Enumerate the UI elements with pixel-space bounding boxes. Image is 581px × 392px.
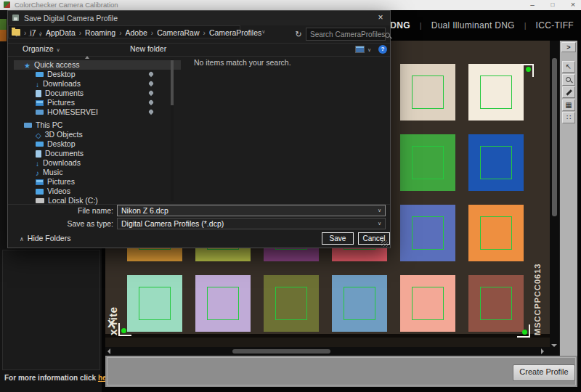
sidebar-item-documents[interactable]: Documents <box>14 89 192 98</box>
organize-button[interactable]: Organize∨ <box>23 43 60 56</box>
grid-tool-button[interactable]: ▦ <box>562 99 575 111</box>
tool-panel: > ↖▦∷ <box>559 41 577 356</box>
monitor-icon <box>36 142 44 147</box>
info-text: For more information click here <box>4 374 113 382</box>
folder-icon <box>12 29 20 36</box>
pc-icon <box>36 110 44 115</box>
sidebar-scrollbar-thumb[interactable] <box>171 60 174 105</box>
file-name-row: File name: Nikon Z 6.dcp ∨ <box>8 204 390 217</box>
pc-icon <box>24 123 32 128</box>
breadcrumb-item[interactable]: CameraProfiles <box>209 28 261 37</box>
tab-dng[interactable]: DNG <box>390 20 410 30</box>
corner-marker-bottom-left[interactable] <box>118 323 131 336</box>
sidebar-scroll-up-icon[interactable] <box>85 56 89 59</box>
collapse-panel-button[interactable]: > <box>561 42 576 52</box>
sidebar-item-this-pc[interactable]: This PC <box>14 121 181 130</box>
breadcrumb-item[interactable]: Adobe <box>125 28 147 37</box>
breadcrumb-item[interactable]: CameraRaw <box>157 28 199 37</box>
file-name-value: Nikon Z 6.dcp <box>121 206 378 215</box>
up-arrow-icon[interactable]: ↑ <box>47 28 52 41</box>
chart-serial-number: MSCCPPCC0613 <box>533 251 542 335</box>
vertical-scrollbar-thumb[interactable] <box>552 58 557 216</box>
search-input[interactable]: Search CameraProfiles <box>306 28 386 41</box>
sidebar-item-3d-objects[interactable]: ◇3D Objects <box>14 130 192 139</box>
breadcrumb[interactable]: ›i7›AppData›Roaming›Adobe›CameraRaw›Came… <box>8 25 240 38</box>
save-button[interactable]: Save <box>322 232 354 245</box>
sidebar-item-label: Desktop <box>47 70 76 78</box>
chevron-down-icon: ∨ <box>57 47 60 52</box>
create-profile-button[interactable]: Create Profile <box>513 364 575 381</box>
dialog-close-button[interactable]: × <box>374 12 387 24</box>
sample-region-outline <box>207 287 239 320</box>
music-icon: ♪ <box>36 168 39 178</box>
resize-grip[interactable] <box>381 240 388 247</box>
chart-patch-r4c6 <box>468 275 524 332</box>
save-dialog: Save Digital Camera Profile × ← → ∨ ↑ ›i… <box>7 10 391 248</box>
new-folder-button[interactable]: New folder <box>130 43 166 56</box>
close-button[interactable]: × <box>565 0 581 10</box>
sidebar-item-pictures[interactable]: Pictures <box>14 98 192 107</box>
tab-dual-illuminant-dng[interactable]: Dual Illuminant DNG <box>431 20 515 30</box>
chart-patch-r4c2 <box>195 275 251 332</box>
breadcrumb-separator: › <box>151 29 153 37</box>
horizontal-scrollbar-thumb[interactable] <box>232 349 330 354</box>
sidebar-item-music[interactable]: ♪Music <box>14 168 192 177</box>
breadcrumb-item[interactable]: Roaming <box>85 28 115 37</box>
scroll-right-arrow-icon[interactable] <box>541 348 544 354</box>
hide-folders-button[interactable]: ∧Hide Folders <box>20 234 70 242</box>
forward-arrow-icon[interactable]: → <box>27 28 36 41</box>
action-panel-border <box>107 357 576 385</box>
refresh-icon[interactable]: ↻ <box>293 28 304 41</box>
zoom-tool-icon <box>566 77 572 83</box>
scroll-down-arrow-icon[interactable] <box>551 344 557 347</box>
vertical-scrollbar[interactable] <box>550 41 559 356</box>
sidebar-item-pictures[interactable]: Pictures <box>14 177 192 187</box>
view-mode-dropdown-icon[interactable]: ∨ <box>367 44 371 57</box>
search-placeholder: Search CameraProfiles <box>310 30 385 38</box>
dialog-nav-bar: ← → ∨ ↑ ›i7›AppData›Roaming›Adobe›Camera… <box>8 25 390 44</box>
minimize-button[interactable]: – <box>524 0 540 10</box>
corner-marker-bottom-right[interactable] <box>517 324 530 338</box>
breadcrumb-separator: › <box>203 29 206 37</box>
zoom-tool-button[interactable] <box>562 74 575 86</box>
sidebar-item-downloads[interactable]: ↓Downloads <box>14 79 192 89</box>
file-name-input[interactable]: Nikon Z 6.dcp ∨ <box>117 205 386 216</box>
breadcrumb-dropdown-icon[interactable]: ∨ <box>261 29 265 35</box>
image-thumbnail-edge <box>0 19 7 41</box>
horizontal-scrollbar[interactable] <box>105 347 550 356</box>
patch-sample-tool-button[interactable]: ∷ <box>562 112 575 123</box>
sidebar-item-label: This PC <box>36 121 62 129</box>
scroll-left-arrow-icon[interactable] <box>107 348 110 354</box>
sidebar-item-label: Music <box>43 168 62 176</box>
chart-patch-r4c3 <box>264 275 319 332</box>
sidebar-item-documents[interactable]: Documents <box>14 149 192 158</box>
dialog-footer: ∧Hide Folders Save Cancel <box>8 230 390 248</box>
sidebar-item-homeservei[interactable]: HOMESERVEI <box>14 107 192 117</box>
view-mode-icon[interactable] <box>355 46 365 53</box>
sidebar-item-desktop[interactable]: Desktop <box>14 139 192 149</box>
dialog-toolbar: Organize∨ New folder ∨ ? <box>8 43 390 57</box>
save-dialog-icon <box>12 15 19 21</box>
sidebar-item-downloads[interactable]: ↓Downloads <box>14 158 192 168</box>
corner-marker-top-right[interactable] <box>521 64 534 77</box>
pointer-tool-button[interactable]: ↖ <box>562 61 575 73</box>
sample-region-outline <box>412 75 444 109</box>
tab-separator: | <box>420 21 422 30</box>
chart-patch-r4c1 <box>127 275 182 332</box>
help-button[interactable]: ? <box>378 45 387 54</box>
sidebar-item-desktop[interactable]: Desktop <box>14 70 192 79</box>
eyedropper-tool-button[interactable] <box>562 86 575 98</box>
sidebar-item-label: Documents <box>45 89 84 97</box>
maximize-button[interactable]: □ <box>545 0 561 10</box>
recent-locations-icon[interactable]: ∨ <box>38 28 42 42</box>
app-icon <box>4 1 10 8</box>
sidebar-scrollbar[interactable] <box>171 59 174 201</box>
chart-patch-r2c6 <box>468 134 524 191</box>
sidebar-item-quick-access[interactable]: ★Quick access <box>14 60 181 70</box>
pin-icon <box>148 90 154 96</box>
dialog-title: Save Digital Camera Profile <box>24 11 118 25</box>
save-as-type-select[interactable]: Digital Camera Profiles (*.dcp) ∨ <box>117 218 386 229</box>
corner-dot-icon <box>526 67 531 72</box>
sidebar-item-videos[interactable]: Videos <box>14 187 192 196</box>
tab-icc-tiff[interactable]: ICC-TIFF <box>536 20 574 30</box>
